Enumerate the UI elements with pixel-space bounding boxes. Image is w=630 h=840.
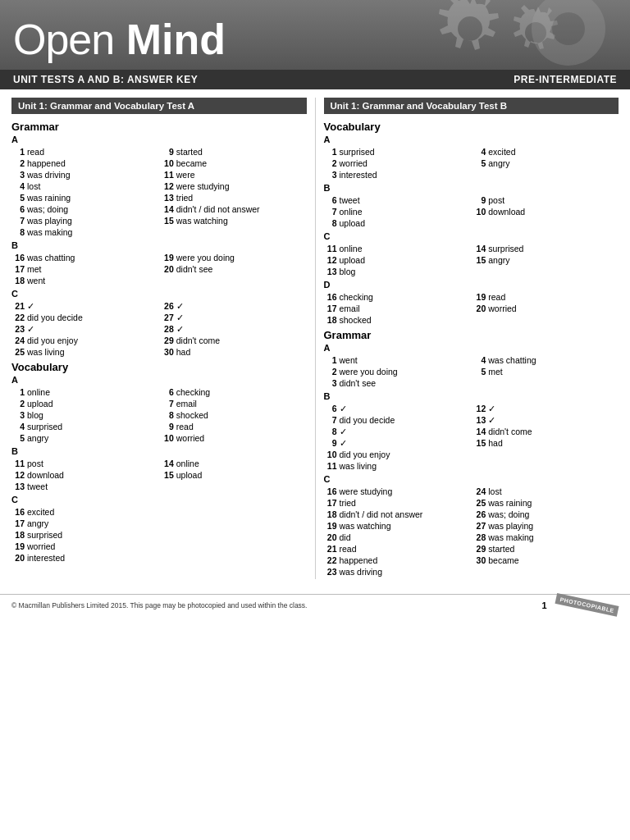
answer-item: 5met — [472, 366, 619, 377]
answer-val: excited — [488, 147, 515, 157]
answer-item: 7email — [161, 398, 307, 409]
answer-item: 9post — [472, 194, 619, 206]
right-vocab-b-grid: 6tweet9post7online10download8upload — [324, 194, 619, 229]
right-vocabulary-subsection: Vocabulary A 1surprised4excited2worried5… — [324, 121, 619, 326]
answer-val: ✓ — [27, 301, 34, 311]
right-vocab-d-grid: 16checking19read17email20worried18shocke… — [324, 291, 619, 326]
right-vocab-b-label: B — [324, 183, 619, 193]
answer-num: 17 — [11, 264, 25, 274]
subheader-right: PRE-INTERMEDIATE — [514, 74, 617, 85]
answer-num: 16 — [324, 292, 337, 302]
answer-num: 15 — [472, 438, 486, 448]
answer-num: 1 — [11, 147, 25, 157]
answer-num: 9 — [161, 422, 174, 431]
answer-item: 13tried — [161, 192, 307, 203]
answer-item — [161, 275, 307, 286]
answer-num: 29 — [472, 544, 486, 554]
answer-item — [472, 169, 619, 180]
answer-val: was chatting — [27, 253, 75, 262]
answer-val: had — [488, 438, 503, 448]
answer-val: lost — [27, 181, 40, 191]
answer-num: 12 — [324, 255, 337, 265]
answer-val: blog — [27, 410, 43, 420]
answer-num: 4 — [11, 181, 25, 191]
answer-item: 18surprised — [11, 529, 158, 541]
answer-item: 10became — [161, 158, 307, 169]
answer-num: 20 — [11, 553, 25, 563]
answer-num: 11 — [11, 459, 25, 468]
left-column: Unit 1: Grammar and Vocabulary Test A Gr… — [11, 98, 316, 579]
answer-num: 11 — [161, 170, 174, 180]
answer-item — [472, 566, 619, 578]
answer-num: 2 — [11, 399, 25, 409]
answer-num: 16 — [11, 253, 25, 262]
answer-val: worried — [488, 304, 516, 313]
answer-num: 4 — [11, 422, 25, 431]
answer-item: 19were you doing — [161, 252, 307, 263]
logo-open: Open — [13, 18, 114, 61]
answer-num: 8 — [324, 427, 337, 436]
answer-num: 26 — [161, 301, 174, 311]
answer-num: 9 — [324, 438, 337, 448]
answer-num: 3 — [324, 378, 337, 388]
answer-num: 7 — [324, 415, 337, 425]
answer-val: shocked — [176, 410, 208, 420]
answer-num: 16 — [324, 486, 337, 496]
answer-val: ✓ — [176, 301, 184, 311]
answer-num: 18 — [11, 530, 25, 540]
answer-val: ✓ — [488, 404, 495, 413]
answer-val: was making — [488, 532, 533, 542]
logo-area: Open Mind — [13, 18, 226, 61]
vocab-a-label: A — [11, 375, 307, 385]
vocabulary-title: Vocabulary — [11, 361, 307, 373]
answer-item: 9✓ — [324, 437, 470, 449]
answer-item: 17angry — [11, 518, 158, 529]
answer-num: 13 — [324, 267, 337, 276]
answer-item: 21read — [324, 543, 470, 555]
answer-val: met — [488, 367, 503, 377]
answer-item — [161, 529, 307, 541]
gear-decoration-3 — [523, 0, 614, 70]
answer-val: ✓ — [340, 404, 347, 413]
answer-item: 11was living — [324, 460, 470, 472]
answer-item: 28✓ — [161, 323, 307, 335]
answer-item — [472, 217, 619, 229]
answer-num: 20 — [161, 264, 174, 274]
answer-val: did you decide — [27, 313, 83, 322]
vocab-b-label: B — [11, 446, 307, 456]
answer-item: 20didn't see — [161, 263, 307, 275]
answer-num: 10 — [161, 158, 174, 168]
answer-item: 2upload — [11, 398, 158, 409]
answer-item: 20did — [324, 532, 470, 543]
answer-num: 1 — [11, 387, 25, 397]
grammar-c-grid: 21✓26✓22did you decide27✓23✓28✓24did you… — [11, 300, 307, 358]
answer-num: 16 — [11, 507, 25, 517]
answer-item: 20worried — [472, 303, 619, 314]
answer-item — [161, 506, 307, 518]
answer-val: angry — [27, 518, 48, 528]
answer-num: 14 — [472, 427, 486, 436]
answer-item: 6checking — [161, 386, 307, 398]
answer-item — [161, 226, 307, 238]
right-vocab-c-label: C — [324, 231, 619, 241]
answer-val: did — [340, 532, 351, 542]
answer-num: 12 — [11, 470, 25, 480]
answer-val: started — [488, 544, 514, 554]
answer-val: didn't come — [488, 427, 532, 436]
grammar-subsection: Grammar A 1read9started2happened10became… — [11, 121, 307, 358]
answer-item: 11were — [161, 169, 307, 180]
answer-num: 8 — [161, 410, 174, 420]
answer-num: 7 — [161, 399, 174, 409]
answer-item: 29didn't come — [161, 335, 307, 346]
grammar-a-label: A — [11, 135, 307, 144]
answer-val: download — [27, 470, 64, 480]
answer-item: 15had — [472, 437, 619, 449]
answer-val: read — [488, 292, 505, 302]
left-unit-title: Unit 1: Grammar and Vocabulary Test A — [11, 98, 307, 114]
answer-num: 2 — [324, 367, 337, 377]
answer-val: was chatting — [488, 355, 536, 365]
footer: © Macmillan Publishers Limited 2015. Thi… — [0, 594, 630, 615]
answer-val: didn't see — [176, 264, 213, 274]
svg-point-1 — [552, 12, 585, 45]
answer-val: didn't / did not answer — [340, 509, 423, 519]
